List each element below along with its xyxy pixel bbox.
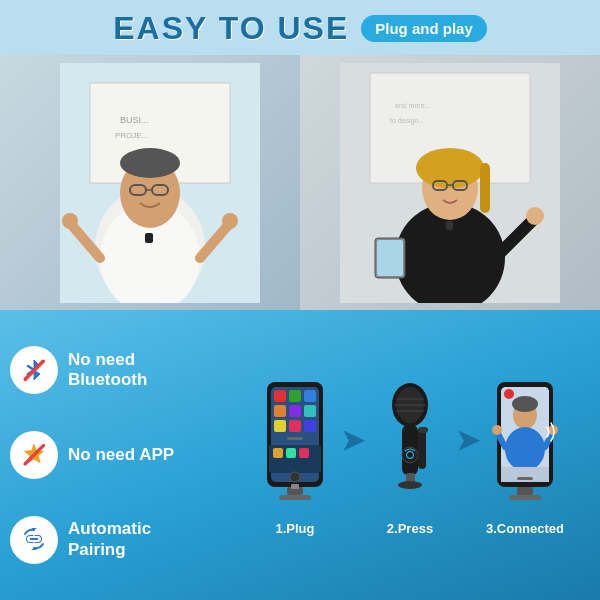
svg-rect-50 <box>273 448 283 458</box>
svg-rect-31 <box>446 221 453 230</box>
microphone-svg <box>378 377 443 512</box>
svg-rect-81 <box>517 477 533 480</box>
pairing-icon-circle <box>10 516 58 564</box>
svg-point-14 <box>222 213 238 229</box>
step-connected: 3.Connected <box>485 375 565 536</box>
step3-label: 3.Connected <box>486 521 564 536</box>
title-bar: EASY TO USE Plug and play <box>0 10 600 47</box>
svg-rect-83 <box>509 495 541 500</box>
bottom-section: No need Bluetooth No need APP <box>0 310 600 600</box>
svg-rect-15 <box>145 233 153 243</box>
step-press: 2.Press <box>370 375 450 536</box>
step3-visual <box>485 375 565 515</box>
svg-rect-47 <box>304 420 316 432</box>
svg-rect-30 <box>377 240 403 276</box>
svg-rect-56 <box>291 484 299 489</box>
svg-point-22 <box>416 148 484 188</box>
phone-connected-svg <box>489 377 561 512</box>
feature-app: No need APP <box>10 431 210 479</box>
svg-text:BUSI...: BUSI... <box>120 115 149 125</box>
app-off-icon <box>20 441 48 469</box>
pairing-feature-text: Automatic Pairing <box>68 519 210 560</box>
svg-point-28 <box>526 207 544 225</box>
link-icon <box>20 526 48 554</box>
svg-rect-45 <box>274 420 286 432</box>
svg-rect-66 <box>418 429 426 469</box>
feature-bluetooth: No need Bluetooth <box>10 346 210 394</box>
svg-rect-55 <box>279 495 311 500</box>
svg-rect-82 <box>517 487 533 495</box>
svg-point-68 <box>398 481 422 489</box>
svg-point-73 <box>512 396 538 412</box>
svg-rect-51 <box>286 448 296 458</box>
arrow-2: ➤ <box>456 424 479 457</box>
features-column: No need Bluetooth No need APP <box>0 310 220 600</box>
top-section: EASY TO USE Plug and play BUSI... PROJE.… <box>0 0 600 310</box>
app-feature-text: No need APP <box>68 445 174 465</box>
svg-point-13 <box>62 213 78 229</box>
svg-rect-46 <box>289 420 301 432</box>
svg-rect-39 <box>274 390 286 402</box>
svg-text:to design...: to design... <box>390 117 424 125</box>
svg-text:PROJE...: PROJE... <box>115 131 148 140</box>
badge: Plug and play <box>361 15 487 42</box>
steps-column: 1.Plug ➤ <box>220 310 600 600</box>
arrow-1: ➤ <box>341 424 364 457</box>
app-icon-circle <box>10 431 58 479</box>
svg-point-80 <box>504 389 514 399</box>
svg-rect-43 <box>289 405 301 417</box>
svg-point-7 <box>120 148 180 178</box>
svg-rect-52 <box>299 448 309 458</box>
photos-row: BUSI... PROJE... <box>0 55 600 310</box>
man-silhouette: BUSI... PROJE... <box>40 63 260 303</box>
step1-label: 1.Plug <box>275 521 314 536</box>
bluetooth-icon-circle <box>10 346 58 394</box>
svg-rect-48 <box>287 437 303 440</box>
step1-visual <box>255 375 335 515</box>
svg-point-53 <box>290 472 300 482</box>
step2-visual <box>370 375 450 515</box>
svg-rect-41 <box>304 390 316 402</box>
bluetooth-feature-text: No need Bluetooth <box>68 350 210 391</box>
svg-rect-42 <box>274 405 286 417</box>
main-title: EASY TO USE <box>113 10 349 47</box>
svg-rect-44 <box>304 405 316 417</box>
svg-rect-40 <box>289 390 301 402</box>
svg-text:and more...: and more... <box>395 102 430 109</box>
photo-man: BUSI... PROJE... <box>0 55 300 310</box>
svg-point-74 <box>505 427 545 471</box>
bluetooth-off-icon <box>20 356 48 384</box>
woman-silhouette: and more... to design... <box>340 63 560 303</box>
svg-rect-23 <box>480 163 490 213</box>
phone-plug-svg <box>259 377 331 512</box>
step-plug: 1.Plug <box>255 375 335 536</box>
svg-rect-67 <box>418 427 428 433</box>
feature-pairing: Automatic Pairing <box>10 516 210 564</box>
step2-label: 2.Press <box>387 521 433 536</box>
photo-woman: and more... to design... <box>300 55 600 310</box>
svg-point-77 <box>492 425 502 435</box>
